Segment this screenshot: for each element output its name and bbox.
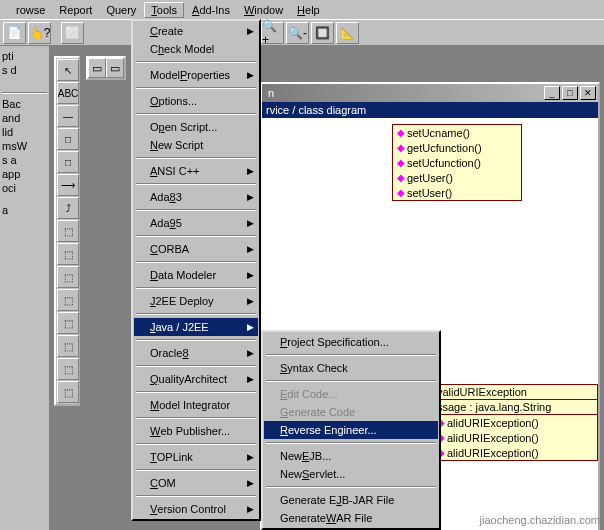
diamond-icon: ◆ xyxy=(397,127,405,138)
tools-item-options-[interactable]: Options... xyxy=(134,92,258,110)
java-item-edit-code-: Edit Code... xyxy=(264,385,438,403)
tool-8[interactable]: ⬚ xyxy=(57,220,79,242)
tools-item-ansi-c-[interactable]: ANSI C++▶ xyxy=(134,162,258,180)
tool-6[interactable]: ⟶ xyxy=(57,174,79,196)
tb-box[interactable]: ⬜ xyxy=(61,22,84,44)
diamond-icon: ◆ xyxy=(397,187,405,198)
menu-browse[interactable]: rowse xyxy=(10,3,51,17)
tools-item-separator xyxy=(136,469,256,471)
java-item-separator xyxy=(266,442,436,444)
tools-item-separator xyxy=(136,61,256,63)
tools-item-separator xyxy=(136,443,256,445)
tools-item-version-control[interactable]: Version Control▶ xyxy=(134,500,258,518)
watermark: jiaocheng.chazidian.com xyxy=(480,514,600,526)
tools-item-separator xyxy=(136,313,256,315)
diamond-icon: ◆ xyxy=(397,172,405,183)
tool-15[interactable]: ⬚ xyxy=(57,381,79,403)
sec-btn-1[interactable]: ▭ xyxy=(88,58,106,78)
java-item-project-specification-[interactable]: Project Specification... xyxy=(264,333,438,351)
java-item-separator xyxy=(266,354,436,356)
tool-14[interactable]: ⬚ xyxy=(57,358,79,380)
tools-item-model-properties[interactable]: Model Properties▶ xyxy=(134,66,258,84)
tools-item-separator xyxy=(136,261,256,263)
tools-item-open-script-[interactable]: Open Script... xyxy=(134,118,258,136)
tool-13[interactable]: ⬚ xyxy=(57,335,79,357)
tools-item-separator xyxy=(136,235,256,237)
tool-5[interactable]: □ xyxy=(57,151,79,173)
java-item-generate-code: Generate Code xyxy=(264,403,438,421)
tools-item-toplink[interactable]: TOPLink▶ xyxy=(134,448,258,466)
tools-item-separator xyxy=(136,391,256,393)
tools-item-separator xyxy=(136,183,256,185)
tools-dropdown: Create▶Check ModelModel Properties▶Optio… xyxy=(131,19,261,521)
java-item-new-servlet-[interactable]: New Servlet... xyxy=(264,465,438,483)
child-titlebar[interactable]: n _ □ ✕ xyxy=(262,84,598,102)
tool-12[interactable]: ⬚ xyxy=(57,312,79,334)
tools-item-ada-83[interactable]: Ada 83▶ xyxy=(134,188,258,206)
tool-10[interactable]: ⬚ xyxy=(57,266,79,288)
tools-item-separator xyxy=(136,339,256,341)
tb-zoom-out[interactable]: 🔍- xyxy=(286,22,309,44)
menu-report[interactable]: Report xyxy=(53,3,98,17)
tb-ruler[interactable]: 📐 xyxy=(336,22,359,44)
tools-item-j2ee-deploy[interactable]: J2EE Deploy▶ xyxy=(134,292,258,310)
tools-item-separator xyxy=(136,287,256,289)
class-box-service[interactable]: ◆setUcname() ◆getUcfunction() ◆setUcfunc… xyxy=(392,124,522,201)
menu-window[interactable]: Window xyxy=(238,3,289,17)
menu-help[interactable]: Help xyxy=(291,3,326,17)
tb-new[interactable]: 📄 xyxy=(3,22,26,44)
browser-panel[interactable]: pti s d Bac and lid msW s a app oci a xyxy=(0,46,50,530)
tools-item-oracle8[interactable]: Oracle8▶ xyxy=(134,344,258,362)
minimize-button[interactable]: _ xyxy=(544,86,560,100)
tools-item-com[interactable]: COM▶ xyxy=(134,474,258,492)
java-item-separator xyxy=(266,380,436,382)
tools-item-separator xyxy=(136,365,256,367)
sec-btn-2[interactable]: ▭ xyxy=(106,58,124,78)
tools-item-web-publisher-[interactable]: Web Publisher... xyxy=(134,422,258,440)
tools-item-new-script[interactable]: New Script xyxy=(134,136,258,154)
java-item-generate-war-file[interactable]: Generate WAR File xyxy=(264,509,438,527)
tools-item-separator xyxy=(136,495,256,497)
tool-line[interactable]: — xyxy=(57,105,79,127)
tb-help-cursor[interactable]: 👆? xyxy=(28,22,51,44)
tool-palette: ↖ ABC — □ □ ⟶ ⤴ ⬚ ⬚ ⬚ ⬚ ⬚ ⬚ ⬚ ⬚ xyxy=(54,56,80,406)
tools-item-separator xyxy=(136,157,256,159)
java-submenu: Project Specification...Syntax CheckEdit… xyxy=(261,330,441,530)
java-item-separator xyxy=(266,486,436,488)
tool-text[interactable]: ABC xyxy=(57,82,79,104)
tools-item-model-integrator[interactable]: Model Integrator xyxy=(134,396,258,414)
menubar: rowse Report Query Tools Add-Ins Window … xyxy=(0,0,604,19)
java-item-reverse-engineer-[interactable]: Reverse Engineer... xyxy=(264,421,438,439)
java-item-new-ejb-[interactable]: New EJB... xyxy=(264,447,438,465)
diamond-icon: ◆ xyxy=(397,157,405,168)
tools-item-check-model[interactable]: Check Model xyxy=(134,40,258,58)
selection-bar[interactable]: rvice / class diagram xyxy=(262,102,598,118)
tools-item-separator xyxy=(136,113,256,115)
java-item-generate-ejb-jar-file[interactable]: Generate EJB-JAR File xyxy=(264,491,438,509)
diamond-icon: ◆ xyxy=(397,142,405,153)
tb-zoom-in[interactable]: 🔍+ xyxy=(261,22,284,44)
tools-item-ada-95[interactable]: Ada 95▶ xyxy=(134,214,258,232)
child-title-text: n xyxy=(264,87,542,99)
menu-tools[interactable]: Tools xyxy=(144,2,184,18)
tools-item-java-j2ee[interactable]: Java / J2EE▶ xyxy=(134,318,258,336)
maximize-button[interactable]: □ xyxy=(562,86,578,100)
menu-addins[interactable]: Add-Ins xyxy=(186,3,236,17)
tools-item-create[interactable]: Create▶ xyxy=(134,22,258,40)
tools-item-qualityarchitect[interactable]: QualityArchitect▶ xyxy=(134,370,258,388)
menu-query[interactable]: Query xyxy=(100,3,142,17)
main-toolbar: 📄 👆? ⬜ ⊞ 🔍+ 🔍- 🔲 📐 xyxy=(0,19,604,46)
tool-4[interactable]: □ xyxy=(57,128,79,150)
tool-7[interactable]: ⤴ xyxy=(57,197,79,219)
tools-item-separator xyxy=(136,417,256,419)
tool-11[interactable]: ⬚ xyxy=(57,289,79,311)
tb-fit[interactable]: 🔲 xyxy=(311,22,334,44)
close-button[interactable]: ✕ xyxy=(580,86,596,100)
tool-pointer[interactable]: ↖ xyxy=(57,59,79,81)
java-item-syntax-check[interactable]: Syntax Check xyxy=(264,359,438,377)
secondary-toolbar: ▭ ▭ xyxy=(86,56,126,80)
class-box-exception[interactable]: validURIException ssage : java.lang.Stri… xyxy=(432,384,598,461)
tools-item-corba[interactable]: CORBA▶ xyxy=(134,240,258,258)
tools-item-data-modeler[interactable]: Data Modeler▶ xyxy=(134,266,258,284)
tool-9[interactable]: ⬚ xyxy=(57,243,79,265)
